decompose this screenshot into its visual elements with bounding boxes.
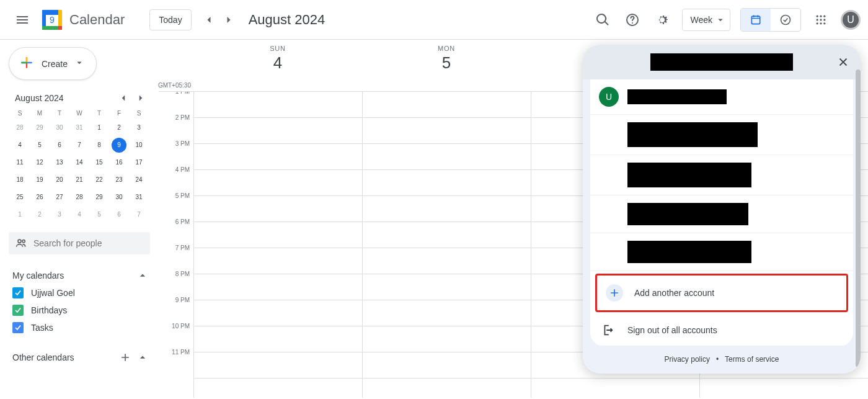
mini-day[interactable]: 7 [131, 207, 146, 222]
hour-cell[interactable] [363, 144, 531, 170]
mini-day[interactable]: 3 [131, 120, 146, 135]
mini-day[interactable]: 22 [92, 173, 107, 187]
mini-day[interactable]: 31 [131, 190, 146, 205]
calendar-view-toggle[interactable] [741, 9, 771, 31]
mini-day[interactable]: 9 [112, 138, 126, 153]
hour-cell[interactable] [363, 118, 531, 144]
mini-day[interactable]: 16 [112, 155, 126, 170]
hour-cell[interactable] [363, 274, 531, 300]
mini-day[interactable]: 23 [112, 173, 126, 187]
account-avatar[interactable]: U [841, 10, 861, 30]
mini-day[interactable]: 30 [112, 190, 126, 205]
mini-day[interactable]: 1 [92, 120, 107, 135]
view-selector[interactable]: Week [682, 9, 730, 31]
sign-out-button[interactable]: Sign out of all accounts [590, 315, 853, 346]
hour-cell[interactable] [363, 170, 531, 196]
other-calendars-toggle[interactable]: Other calendars [6, 349, 153, 366]
mini-day[interactable]: 4 [72, 207, 87, 222]
mini-day[interactable]: 27 [52, 190, 67, 205]
google-apps-button[interactable] [808, 7, 833, 32]
mini-day[interactable]: 29 [92, 190, 107, 205]
mini-day[interactable]: 18 [12, 173, 27, 187]
hour-cell[interactable] [194, 196, 362, 222]
day-column-header[interactable]: MON5 [362, 40, 531, 91]
today-button[interactable]: Today [149, 9, 191, 30]
calendar-checkbox[interactable] [12, 305, 24, 316]
mini-day[interactable]: 20 [52, 173, 67, 187]
hour-cell[interactable] [363, 222, 531, 248]
mini-day[interactable]: 2 [32, 207, 47, 222]
search-button[interactable] [590, 7, 615, 32]
mini-day[interactable]: 3 [52, 207, 67, 222]
hour-cell[interactable] [363, 92, 531, 118]
search-people[interactable] [9, 232, 150, 254]
mini-day[interactable]: 25 [12, 190, 27, 205]
mini-day[interactable]: 29 [32, 120, 47, 135]
tasks-view-toggle[interactable] [771, 9, 800, 31]
hour-cell[interactable] [194, 92, 362, 118]
account-row[interactable]: U [590, 79, 853, 115]
calendar-checkbox[interactable] [12, 322, 24, 333]
mini-day[interactable]: 10 [131, 138, 146, 153]
my-calendars-toggle[interactable]: My calendars [6, 267, 153, 284]
mini-prev-button[interactable] [118, 92, 129, 104]
account-row[interactable] [590, 195, 853, 233]
mini-day[interactable]: 5 [32, 138, 47, 153]
terms-link[interactable]: Terms of service [725, 355, 779, 364]
main-menu-button[interactable] [7, 5, 37, 35]
mini-day[interactable]: 17 [131, 155, 146, 170]
mini-day[interactable]: 5 [92, 207, 107, 222]
hour-cell[interactable] [194, 170, 362, 196]
mini-day[interactable]: 6 [112, 207, 126, 222]
create-button[interactable]: Create [9, 47, 97, 80]
prev-period-button[interactable] [199, 10, 219, 30]
calendar-item[interactable]: Birthdays [6, 302, 153, 319]
account-row[interactable] [590, 155, 853, 195]
mini-day[interactable]: 19 [32, 173, 47, 187]
calendar-item[interactable]: Tasks [6, 319, 153, 336]
mini-day[interactable]: 14 [72, 155, 87, 170]
mini-day[interactable]: 1 [12, 207, 27, 222]
mini-day[interactable]: 8 [92, 138, 107, 153]
popup-scrollbar[interactable] [856, 69, 861, 367]
mini-day[interactable]: 4 [12, 138, 27, 153]
day-column-header[interactable]: SUN4 [193, 40, 362, 91]
hour-cell[interactable] [363, 326, 531, 352]
mini-next-button[interactable] [135, 92, 146, 104]
hour-cell[interactable] [363, 248, 531, 274]
mini-day[interactable]: 28 [12, 120, 27, 135]
hour-cell[interactable] [363, 196, 531, 222]
mini-day[interactable]: 30 [52, 120, 67, 135]
hour-cell[interactable] [363, 352, 531, 379]
mini-day[interactable]: 6 [52, 138, 67, 153]
hour-cell[interactable] [194, 326, 362, 352]
hour-cell[interactable] [194, 118, 362, 144]
mini-day[interactable]: 31 [72, 120, 87, 135]
day-column[interactable] [362, 92, 531, 398]
calendar-checkbox[interactable] [12, 287, 24, 298]
settings-button[interactable] [650, 7, 675, 32]
account-row[interactable] [590, 233, 853, 271]
next-period-button[interactable] [219, 10, 239, 30]
mini-day[interactable]: 15 [92, 155, 107, 170]
mini-day[interactable]: 12 [32, 155, 47, 170]
mini-day[interactable]: 24 [131, 173, 146, 187]
search-people-input[interactable] [33, 238, 144, 248]
hour-cell[interactable] [194, 300, 362, 326]
calendar-item[interactable]: Ujjwal Goel [6, 284, 153, 302]
add-another-account-button[interactable]: Add another account [597, 276, 846, 310]
hour-cell[interactable] [363, 300, 531, 326]
close-popup-button[interactable] [833, 52, 853, 72]
add-calendar-button[interactable] [119, 351, 131, 364]
account-row[interactable] [590, 115, 853, 155]
mini-day[interactable]: 26 [32, 190, 47, 205]
hour-cell[interactable] [194, 352, 362, 379]
hour-cell[interactable] [194, 274, 362, 300]
mini-day[interactable]: 2 [112, 120, 126, 135]
mini-day[interactable]: 7 [72, 138, 87, 153]
day-column[interactable] [193, 92, 362, 398]
mini-day[interactable]: 13 [52, 155, 67, 170]
hour-cell[interactable] [194, 248, 362, 274]
privacy-link[interactable]: Privacy policy [665, 355, 710, 364]
support-button[interactable] [620, 7, 645, 32]
